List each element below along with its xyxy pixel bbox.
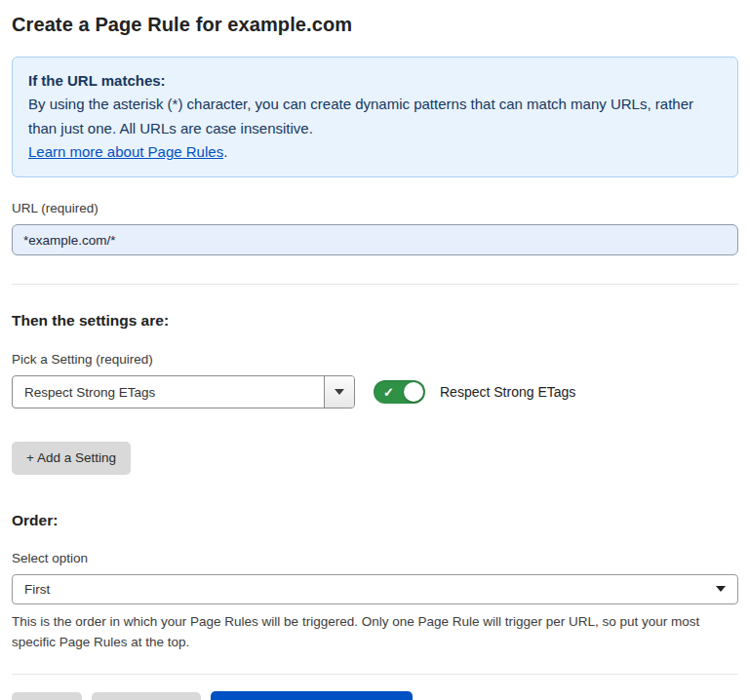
create-page-rule-form: Create a Page Rule for example.com If th… [0, 0, 750, 700]
respect-strong-etags-toggle[interactable]: ✓ [374, 380, 425, 404]
page-title: Create a Page Rule for example.com [12, 14, 738, 36]
info-box-heading: If the URL matches: [28, 69, 722, 93]
url-input[interactable] [12, 224, 738, 255]
order-select[interactable]: First [12, 574, 738, 604]
save-as-draft-button[interactable]: Save as Draft [92, 692, 201, 700]
add-setting-button[interactable]: + Add a Setting [12, 442, 131, 475]
settings-heading: Then the settings are: [12, 312, 738, 330]
info-box-body: By using the asterisk (*) character, you… [28, 93, 722, 140]
link-period: . [223, 143, 227, 160]
learn-more-link[interactable]: Learn more about Page Rules [28, 143, 223, 160]
cancel-button[interactable]: Cancel [12, 692, 82, 700]
caret-down-icon [335, 389, 344, 395]
check-icon: ✓ [383, 386, 394, 399]
footer-actions: Cancel Save as Draft Save and Deploy Pag… [12, 675, 738, 700]
select-option-label: Select option [12, 551, 738, 565]
setting-select-arrow-button[interactable] [324, 376, 354, 408]
etags-toggle-group: ✓ Respect Strong ETags [374, 380, 575, 404]
save-and-deploy-button[interactable]: Save and Deploy Page Rule [211, 691, 414, 700]
pick-setting-label: Pick a Setting (required) [12, 352, 738, 367]
toggle-knob [404, 382, 423, 402]
setting-select[interactable]: Respect Strong ETags [12, 375, 355, 408]
order-heading: Order: [12, 512, 738, 529]
caret-down-icon [716, 586, 726, 592]
order-select-value: First [24, 582, 50, 597]
order-help-text: This is the order in which your Page Rul… [12, 611, 738, 653]
toggle-label: Respect Strong ETags [440, 384, 575, 400]
url-match-info-box: If the URL matches: By using the asteris… [12, 57, 738, 177]
section-divider [12, 284, 738, 285]
url-label: URL (required) [12, 201, 738, 215]
info-link-row: Learn more about Page Rules. [28, 140, 722, 164]
setting-row: Respect Strong ETags ✓ Respect Strong ET… [12, 375, 738, 408]
setting-select-value: Respect Strong ETags [13, 376, 324, 408]
